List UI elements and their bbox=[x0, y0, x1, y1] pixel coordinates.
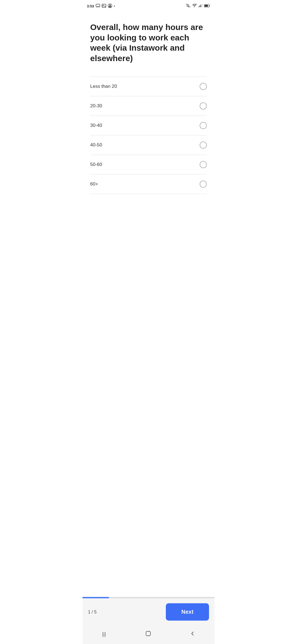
time-display: 3:53 bbox=[87, 4, 94, 8]
radio-circle-6[interactable] bbox=[200, 181, 207, 188]
chat-icon bbox=[96, 4, 100, 9]
option-row-3[interactable]: 30-40 bbox=[90, 116, 207, 135]
question-title: Overall, how many hours are you looking … bbox=[90, 22, 207, 63]
svg-rect-9 bbox=[202, 4, 202, 7]
bottom-bar: 1 / 5 Next bbox=[82, 597, 215, 626]
dot-icon: • bbox=[114, 4, 115, 8]
option-label-2: 20-30 bbox=[90, 103, 102, 109]
svg-rect-13 bbox=[146, 631, 150, 636]
home-button[interactable] bbox=[140, 629, 157, 639]
status-left: 3:53 • bbox=[87, 4, 115, 9]
option-label-4: 40-50 bbox=[90, 142, 102, 148]
option-row-5[interactable]: 50-60 bbox=[90, 155, 207, 174]
battery-icon bbox=[204, 4, 210, 9]
option-row-4[interactable]: 40-50 bbox=[90, 135, 207, 155]
mute-icon bbox=[186, 4, 191, 9]
svg-rect-1 bbox=[102, 4, 106, 7]
radio-circle-4[interactable] bbox=[200, 141, 207, 149]
option-label-5: 50-60 bbox=[90, 162, 102, 167]
android-nav: ||| bbox=[82, 626, 215, 644]
next-button[interactable]: Next bbox=[166, 603, 209, 621]
option-label-3: 30-40 bbox=[90, 123, 102, 128]
svg-rect-6 bbox=[199, 6, 199, 7]
nav-row: 1 / 5 Next bbox=[82, 598, 215, 626]
option-row-2[interactable]: 20-30 bbox=[90, 96, 207, 116]
image-icon bbox=[102, 4, 106, 9]
recents-button[interactable]: ||| bbox=[97, 630, 111, 638]
option-row-1[interactable]: Less than 20 bbox=[90, 77, 207, 96]
svg-point-4 bbox=[109, 4, 111, 6]
radio-circle-1[interactable] bbox=[200, 83, 207, 90]
option-label-1: Less than 20 bbox=[90, 84, 117, 89]
account-icon bbox=[108, 4, 112, 9]
svg-rect-7 bbox=[200, 6, 200, 7]
options-list: Less than 2020-3030-4040-5050-6060+ bbox=[90, 77, 207, 194]
status-bar: 3:53 • bbox=[82, 0, 215, 11]
radio-circle-3[interactable] bbox=[200, 122, 207, 129]
svg-rect-8 bbox=[200, 5, 201, 7]
svg-rect-10 bbox=[202, 4, 203, 7]
svg-rect-12 bbox=[205, 5, 208, 7]
radio-circle-2[interactable] bbox=[200, 102, 207, 110]
back-button[interactable] bbox=[185, 630, 200, 639]
option-row-6[interactable]: 60+ bbox=[90, 174, 207, 194]
signal-icon bbox=[198, 4, 203, 9]
option-label-6: 60+ bbox=[90, 181, 98, 187]
svg-point-5 bbox=[194, 7, 195, 7]
status-right bbox=[186, 4, 210, 9]
page-counter: 1 / 5 bbox=[88, 610, 97, 615]
radio-circle-5[interactable] bbox=[200, 161, 207, 168]
wifi-icon bbox=[192, 4, 197, 9]
main-content: Overall, how many hours are you looking … bbox=[82, 11, 215, 597]
